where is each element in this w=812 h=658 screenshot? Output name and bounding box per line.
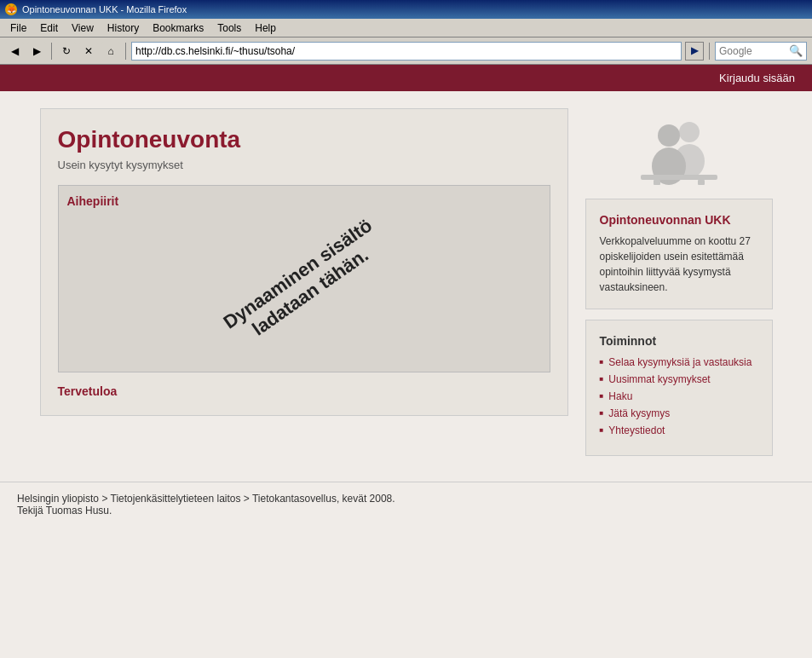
left-column: Opintoneuvonta Usein kysytyt kysymykset … — [40, 108, 568, 456]
people-icon-container — [585, 108, 773, 185]
svg-rect-4 — [641, 175, 717, 180]
address-input[interactable] — [135, 45, 677, 57]
menu-file[interactable]: File — [3, 20, 33, 36]
uusimmat-link[interactable]: Uusimmat kysymykset — [608, 373, 710, 385]
search-container[interactable]: 🔍 — [715, 42, 807, 61]
menu-bookmarks[interactable]: Bookmarks — [146, 20, 210, 36]
home-button[interactable]: ⌂ — [101, 42, 120, 61]
address-bar-container: ▶ — [131, 42, 704, 61]
list-item-yhteystiedot: Yhteystiedot — [600, 424, 758, 436]
ukk-description: Verkkopalveluumme on koottu 27 opiskelij… — [600, 234, 758, 295]
tervetuloa-label: Tervetuloa — [58, 384, 550, 398]
list-item-haku: Haku — [600, 390, 758, 402]
main-card: Opintoneuvonta Usein kysytyt kysymykset … — [40, 108, 568, 416]
menu-help[interactable]: Help — [248, 20, 283, 36]
menu-history[interactable]: History — [101, 20, 146, 36]
svg-rect-5 — [654, 180, 660, 185]
right-column: Opintoneuvonnan UKK Verkkopalveluumme on… — [585, 108, 773, 456]
main-title: Opintoneuvonta — [58, 126, 550, 153]
title-bar: 🦊 Opintoneuvonnan UKK - Mozilla Firefox — [0, 0, 812, 19]
site-footer: Helsingin yliopisto > Tietojenkäsittelyt… — [0, 482, 812, 527]
selaa-link[interactable]: Selaa kysymyksiä ja vastauksia — [608, 356, 752, 368]
menu-bar: File Edit View History Bookmarks Tools H… — [0, 19, 812, 38]
address-bar[interactable] — [131, 42, 682, 61]
ukk-card: Opintoneuvonnan UKK Verkkopalveluumme on… — [585, 199, 773, 309]
list-item-jata: Jätä kysymys — [600, 407, 758, 419]
window-title: Opintoneuvonnan UKK - Mozilla Firefox — [22, 4, 187, 14]
footer-line2: Tekijä Tuomas Husu. — [17, 505, 795, 517]
yhteystiedot-link[interactable]: Yhteystiedot — [608, 424, 665, 436]
ukk-title: Opintoneuvonnan UKK — [600, 213, 758, 227]
site-header: Kirjaudu sisään — [0, 65, 812, 91]
go-button[interactable]: ▶ — [685, 42, 704, 61]
toolbar-separator-2 — [125, 43, 126, 60]
toiminnot-list: Selaa kysymyksiä ja vastauksia Uusimmat … — [600, 356, 758, 436]
forward-button[interactable]: ▶ — [27, 42, 46, 61]
back-button[interactable]: ◀ — [5, 42, 24, 61]
aihepiirit-label: Aihepiirit — [67, 194, 541, 208]
search-input[interactable] — [719, 45, 787, 57]
list-item-selaa: Selaa kysymyksiä ja vastauksia — [600, 356, 758, 368]
toiminnot-card: Toiminnot Selaa kysymyksiä ja vastauksia… — [585, 320, 773, 456]
browser-content: Kirjaudu sisään Opintoneuvonta Usein kys… — [0, 65, 812, 658]
site-container: Opintoneuvonta Usein kysytyt kysymykset … — [23, 91, 790, 473]
toiminnot-title: Toiminnot — [600, 334, 758, 348]
search-icon: 🔍 — [789, 44, 803, 57]
content-box: Aihepiirit Dynaaminen sisältöladataan tä… — [58, 185, 550, 372]
list-item-uusimmat: Uusimmat kysymykset — [600, 373, 758, 385]
dynamic-content-text: Dynaaminen sisältöladataan tähän. — [219, 215, 389, 352]
menu-view[interactable]: View — [65, 20, 101, 36]
haku-link[interactable]: Haku — [608, 390, 632, 402]
menu-tools[interactable]: Tools — [210, 20, 248, 36]
svg-point-2 — [658, 124, 680, 147]
toolbar-separator-1 — [51, 43, 52, 60]
footer-line1: Helsingin yliopisto > Tietojenkäsittelyt… — [17, 493, 795, 505]
toolbar: ◀ ▶ ↻ ✕ ⌂ ▶ 🔍 — [0, 38, 812, 65]
people-icon — [636, 117, 722, 185]
firefox-icon: 🦊 — [5, 3, 17, 15]
login-link[interactable]: Kirjaudu sisään — [719, 72, 795, 84]
toolbar-separator-3 — [709, 43, 710, 60]
menu-edit[interactable]: Edit — [33, 20, 65, 36]
main-subtitle: Usein kysytyt kysymykset — [58, 159, 550, 171]
jata-link[interactable]: Jätä kysymys — [608, 407, 670, 419]
stop-button[interactable]: ✕ — [79, 42, 98, 61]
svg-point-0 — [679, 122, 700, 142]
svg-rect-6 — [698, 180, 705, 185]
reload-button[interactable]: ↻ — [57, 42, 76, 61]
